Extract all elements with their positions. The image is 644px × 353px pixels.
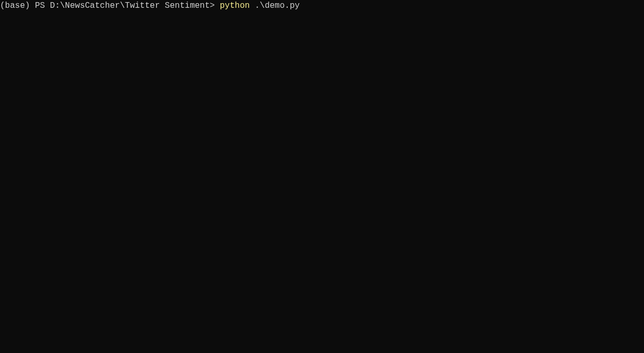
conda-env-prefix: (base): [0, 1, 35, 10]
command-executable: python: [220, 1, 250, 10]
command-arguments: .\demo.py: [250, 1, 300, 10]
terminal-prompt-line[interactable]: (base) PS D:\NewsCatcher\Twitter Sentime…: [0, 0, 644, 11]
shell-name: PS: [35, 1, 50, 10]
current-directory: D:\NewsCatcher\Twitter Sentiment>: [50, 1, 220, 10]
